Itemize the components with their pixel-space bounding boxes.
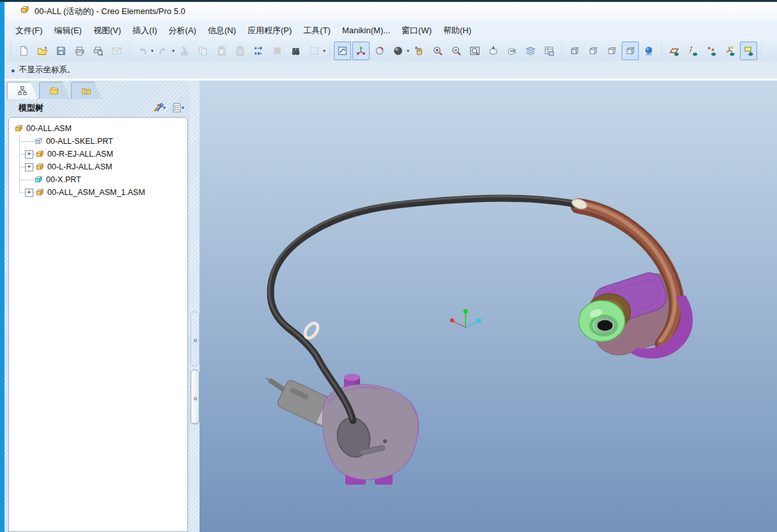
undo-icon <box>137 45 148 56</box>
graphics-viewport[interactable] <box>200 81 777 532</box>
csys-display-button[interactable] <box>721 42 739 60</box>
print-button[interactable] <box>71 42 88 60</box>
menu-item-help[interactable]: 帮助(H) <box>437 21 477 40</box>
enhanced-realism-button[interactable] <box>640 42 657 60</box>
open-button[interactable] <box>34 42 51 60</box>
print-icon <box>74 45 85 56</box>
skeleton-icon <box>34 137 43 146</box>
undo-dropdown-caret[interactable]: ▾ <box>151 48 153 54</box>
menu-item-window[interactable]: 窗口(W) <box>396 21 437 40</box>
regenerate-button[interactable] <box>250 42 267 60</box>
no-hidden-button[interactable] <box>603 42 620 60</box>
menu-item-edit[interactable]: 编辑(E) <box>49 21 88 40</box>
pan-button[interactable] <box>411 42 428 60</box>
menu-item-applications[interactable]: 应用程序(P) <box>242 21 297 40</box>
menu-item-tools[interactable]: 工具(T) <box>297 21 336 40</box>
menu-bar: 文件(F)编辑(E)视图(V)插入(I)分析(A)信息(N)应用程序(P)工具(… <box>4 21 777 40</box>
tree-item-label: 00-ALL-SKEL.PRT <box>46 137 113 146</box>
hidden-line-button[interactable] <box>585 42 602 60</box>
tree-item-label: 00-ALL.ASM <box>26 124 72 133</box>
reorient-icon <box>488 45 499 56</box>
tree-item-00-r-ej-all-asm[interactable]: +00-R-EJ-ALL.ASM <box>9 148 187 160</box>
tree-item-00-all-skel-prt[interactable]: 00-ALL-SKEL.PRT <box>9 135 187 148</box>
reorient-button[interactable] <box>485 42 502 60</box>
new-button[interactable] <box>15 42 33 60</box>
creo-window: { "window": { "title": "00-ALL (活动的) - C… <box>0 0 777 532</box>
select-box-icon <box>309 45 320 56</box>
regenerate-manager-button[interactable] <box>269 42 286 60</box>
tools-icon <box>153 102 164 113</box>
undo-button <box>134 42 151 60</box>
regenerate-icon <box>253 45 264 56</box>
shaded-display-button[interactable] <box>389 42 407 60</box>
navigator-tabs <box>7 82 102 98</box>
tree-expander[interactable]: + <box>25 150 33 159</box>
point-disp-icon <box>706 45 717 56</box>
menu-item-file[interactable]: 文件(F) <box>10 21 49 40</box>
zoom-in-button[interactable] <box>429 42 446 60</box>
save-button[interactable] <box>52 42 70 60</box>
model-tree-title: 模型树 <box>19 102 43 114</box>
select-special-dropdown-caret[interactable]: ▾ <box>323 48 326 54</box>
spin-center-button[interactable] <box>352 42 370 60</box>
axis-display-button[interactable] <box>684 42 702 60</box>
regen-manager-icon <box>272 45 283 56</box>
redo-icon <box>158 45 169 56</box>
refit-button[interactable] <box>466 42 483 60</box>
menu-item-info[interactable]: 信息(N) <box>202 21 242 40</box>
view-manager-button[interactable] <box>540 42 558 60</box>
tree-display-caret[interactable]: ▾ <box>182 105 184 111</box>
tree-connector-line <box>19 135 20 193</box>
mail-button <box>108 42 125 60</box>
spin-center-icon <box>356 45 366 56</box>
svg-text:AB: AB <box>510 49 515 53</box>
saved-views-button[interactable]: AB <box>503 42 521 60</box>
zoom-out-button[interactable] <box>448 42 465 60</box>
print-preview-button[interactable] <box>90 42 107 60</box>
csys-disp-icon <box>725 45 735 56</box>
tree-item-00-l-rj-all-asm[interactable]: +00-L-RJ-ALL.ASM <box>9 160 187 173</box>
tree-item-00-all-asm[interactable]: 00-ALL.ASM <box>9 122 187 135</box>
title-bar[interactable]: 00-ALL (活动的) - Creo Elements/Pro 5.0 <box>4 2 777 21</box>
repaint-button[interactable] <box>334 42 351 60</box>
wireframe-button[interactable] <box>566 42 583 60</box>
panel-splitter[interactable] <box>190 81 200 532</box>
shaded-display-dropdown-caret[interactable]: ▾ <box>407 48 409 54</box>
paste-special-icon <box>235 45 246 56</box>
plane-display-button[interactable] <box>666 42 683 60</box>
layers-button[interactable] <box>522 42 539 60</box>
shading-button[interactable] <box>622 42 639 60</box>
tree-expander[interactable]: + <box>25 163 33 171</box>
tree-item-00-x-prt[interactable]: 00-X.PRT <box>9 173 187 186</box>
tree-expander[interactable]: + <box>25 189 33 197</box>
tree-item-label: 00-L-RJ-ALL.ASM <box>47 162 112 171</box>
tree-settings-caret[interactable]: ▾ <box>163 105 166 111</box>
point-display-button[interactable] <box>703 42 720 60</box>
menu-item-manikin[interactable]: Manikin(M)... <box>336 21 396 40</box>
annotation-display-button[interactable] <box>740 42 757 60</box>
window-title: 00-ALL (活动的) - Creo Elements/Pro 5.0 <box>35 6 185 17</box>
menu-item-view[interactable]: 视图(V) <box>88 21 127 40</box>
orient-mode-button[interactable] <box>371 42 388 60</box>
neckband-cable <box>269 196 588 421</box>
menu-item-insert[interactable]: 插入(I) <box>127 21 162 40</box>
realism-icon <box>643 45 654 56</box>
orient-mode-icon <box>374 45 385 56</box>
tree-display-options-button[interactable]: ▾ <box>171 102 185 113</box>
toolbar-separator <box>659 42 664 59</box>
splitter-handle-bottom[interactable] <box>191 370 200 424</box>
tab-folder-browser[interactable] <box>39 82 70 99</box>
splitter-handle-top[interactable] <box>191 311 200 366</box>
menu-item-analysis[interactable]: 分析(A) <box>163 21 202 40</box>
zoom-out-icon <box>451 45 462 56</box>
tab-tree-icon <box>17 86 27 96</box>
tab-favorites[interactable] <box>71 82 102 99</box>
tab-model-tree[interactable] <box>7 82 38 99</box>
annot-disp-icon <box>743 45 754 56</box>
tree-settings-button[interactable]: ▾ <box>153 102 166 113</box>
find-button[interactable] <box>287 42 304 60</box>
find-icon <box>290 45 301 56</box>
tree-item-00-all-asm-asm-1-asm[interactable]: +00-ALL_ASM_ASM_1.ASM <box>9 186 187 199</box>
redo-dropdown-caret[interactable]: ▾ <box>172 48 175 54</box>
paste-button <box>213 42 230 60</box>
